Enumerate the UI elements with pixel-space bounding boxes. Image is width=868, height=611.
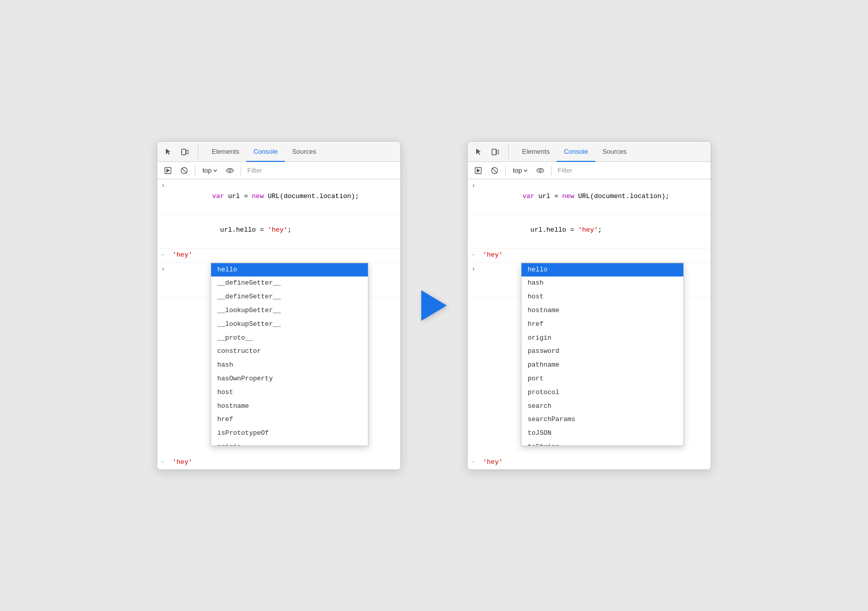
right-device-icon[interactable] (488, 145, 502, 159)
left-prompt-out1: ← (161, 250, 168, 260)
left-line-output1: ← 'hey' (157, 248, 400, 263)
left-tab-icons (161, 145, 198, 159)
right-toolbar: top (468, 162, 711, 179)
right-line-output1: ← 'hey' (468, 248, 711, 263)
svg-marker-10 (477, 169, 480, 173)
right-autocomplete-item-hostname[interactable]: hostname (522, 304, 683, 318)
right-prompt-2: › (472, 264, 479, 274)
left-devtools-panel: Elements Console Sources (157, 141, 401, 470)
right-autocomplete-item-toJSON[interactable]: toJSON (522, 427, 683, 440)
left-filter-input[interactable] (245, 165, 396, 175)
left-tab-bar: Elements Console Sources (157, 142, 400, 162)
svg-line-5 (182, 168, 187, 173)
left-autocomplete-item-7[interactable]: hasOwnProperty (211, 372, 368, 386)
right-result-2: 'hey' (483, 457, 707, 468)
svg-marker-3 (166, 169, 170, 173)
left-autocomplete-item-6[interactable]: hash (211, 358, 368, 372)
left-autocomplete-item-4[interactable]: __proto__ (211, 331, 368, 345)
left-cursor-icon[interactable] (161, 145, 176, 159)
left-autocomplete-item-9[interactable]: hostname (211, 400, 368, 413)
right-console-content: › var url = new URL(document.location); … (468, 179, 711, 469)
right-tab-icons (472, 145, 509, 159)
right-prompt-out2: ← (472, 457, 479, 467)
right-block-btn[interactable] (488, 164, 501, 177)
right-prompt-out1: ← (472, 250, 479, 260)
right-result-1: 'hey' (483, 250, 707, 261)
left-tab-sources[interactable]: Sources (285, 142, 324, 162)
left-prompt-2: › (161, 264, 168, 274)
right-code-1: var url = new URL(document.location); (483, 181, 707, 212)
left-result-2: 'hey' (172, 457, 396, 468)
right-cursor-icon[interactable] (472, 145, 486, 159)
right-autocomplete-item-hash[interactable]: hash (522, 276, 683, 290)
right-autocomplete-item-hello[interactable]: hello (522, 263, 683, 277)
svg-rect-1 (186, 150, 188, 154)
right-autocomplete-item-toString[interactable]: toString (522, 440, 683, 446)
right-autocomplete-item-search[interactable]: search (522, 400, 683, 413)
left-prompt-1: › (161, 181, 168, 191)
left-tab-console[interactable]: Console (246, 142, 285, 162)
left-autocomplete-item-10[interactable]: href (211, 413, 368, 427)
left-line-output2: ← 'hey' (157, 456, 400, 469)
svg-line-12 (492, 168, 497, 173)
right-autocomplete-item-searchParams[interactable]: searchParams (522, 413, 683, 427)
arrow-container (421, 290, 447, 321)
right-toolbar-divider (505, 165, 506, 176)
left-line-input1b: › url.hello = 'hey'; (157, 215, 400, 248)
left-autocomplete-item-12[interactable]: origin (211, 440, 368, 446)
svg-rect-8 (497, 150, 499, 154)
right-autocomplete-item-host[interactable]: host (522, 290, 683, 304)
right-autocomplete-item-protocol[interactable]: protocol (522, 386, 683, 400)
left-autocomplete-item-11[interactable]: isPrototypeOf (211, 427, 368, 440)
right-autocomplete-item-href[interactable]: href (522, 318, 683, 331)
left-dropdown-arrow-icon (213, 169, 217, 172)
left-autocomplete-item-3[interactable]: __lookupSetter__ (211, 318, 368, 331)
left-code-1b: url.hello = 'hey'; (172, 215, 396, 246)
right-autocomplete-item-password[interactable]: password (522, 345, 683, 358)
right-devtools-panel: Elements Console Sources (467, 141, 711, 470)
left-top-selector[interactable]: top (199, 165, 220, 175)
right-run-btn[interactable] (472, 164, 485, 177)
left-result-1: 'hey' (172, 250, 396, 261)
svg-point-6 (229, 170, 231, 172)
right-autocomplete-item-port[interactable]: port (522, 372, 683, 386)
left-run-btn[interactable] (161, 164, 175, 177)
right-tab-sources[interactable]: Sources (595, 142, 634, 162)
right-arrow-icon (421, 290, 447, 321)
left-console-content: › var url = new URL(document.location); … (157, 179, 400, 469)
left-toolbar-divider2 (241, 165, 241, 176)
left-prompt-out2: ← (161, 457, 168, 467)
right-line-input1b: › url.hello = 'hey'; (468, 215, 711, 248)
left-autocomplete-item-8[interactable]: host (211, 386, 368, 400)
left-autocomplete-item-hello[interactable]: hello (211, 263, 368, 277)
right-autocomplete-wrapper: › url.hello hello hash host hostname hre… (468, 263, 711, 298)
right-autocomplete-item-origin[interactable]: origin (522, 331, 683, 345)
left-autocomplete-item-2[interactable]: __lookupGetter__ (211, 304, 368, 318)
right-prompt-1: › (472, 181, 479, 191)
right-eye-btn[interactable] (534, 164, 547, 177)
right-tab-bar: Elements Console Sources (468, 142, 711, 162)
right-tab-console[interactable]: Console (557, 142, 595, 162)
left-eye-btn[interactable] (223, 164, 237, 177)
right-tab-elements[interactable]: Elements (515, 142, 557, 162)
left-device-icon[interactable] (178, 145, 192, 159)
right-top-selector[interactable]: top (510, 165, 531, 175)
left-code-1: var url = new URL(document.location); (172, 181, 396, 212)
left-line-input1: › var url = new URL(document.location); (157, 179, 400, 214)
left-autocomplete-item-1[interactable]: __defineSetter__ (211, 290, 368, 304)
right-filter-input[interactable] (556, 165, 707, 175)
right-dropdown-arrow-icon (524, 169, 528, 172)
left-autocomplete-dropdown[interactable]: hello __defineGetter__ __defineSetter__ … (211, 263, 368, 446)
left-autocomplete-item-0[interactable]: __defineGetter__ (211, 276, 368, 290)
right-autocomplete-item-pathname[interactable]: pathname (522, 358, 683, 372)
left-autocomplete-wrapper: › url.hello hello __defineGetter__ __def… (157, 263, 400, 298)
left-block-btn[interactable] (178, 164, 191, 177)
right-code-1b: url.hello = 'hey'; (483, 215, 707, 246)
right-toolbar-divider2 (551, 165, 552, 176)
left-autocomplete-item-5[interactable]: constructor (211, 345, 368, 358)
left-toolbar: top (157, 162, 400, 179)
svg-rect-0 (182, 149, 186, 155)
left-tab-elements[interactable]: Elements (205, 142, 246, 162)
right-autocomplete-dropdown[interactable]: hello hash host hostname href origin pas… (521, 263, 684, 446)
right-line-output2: ← 'hey' (468, 456, 711, 469)
